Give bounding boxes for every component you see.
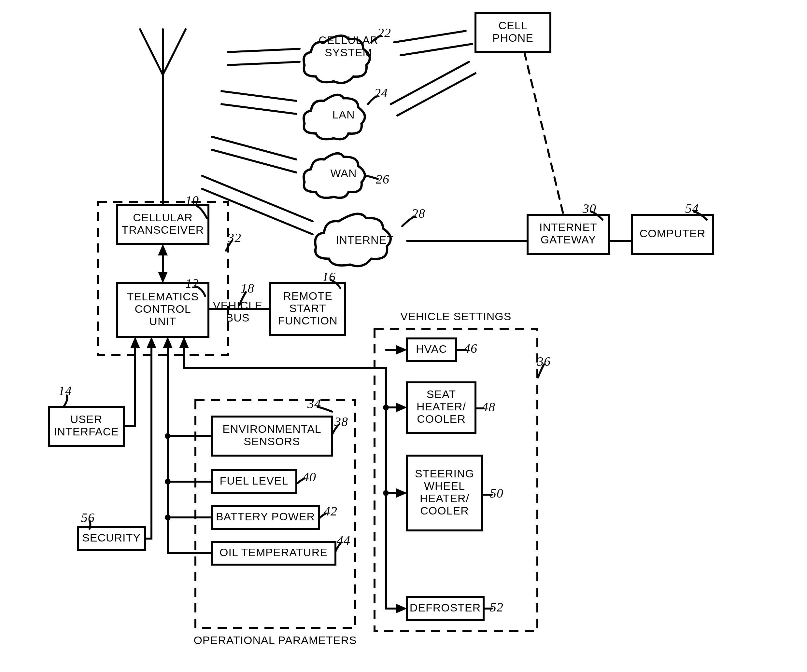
svg-line-5	[221, 91, 296, 101]
svg-text:46: 46	[464, 341, 477, 356]
svg-line-12	[400, 44, 472, 55]
svg-text:24: 24	[374, 86, 388, 100]
vehicle-settings-caption: VEHICLE SETTINGS	[400, 310, 511, 323]
wan-cloud: WAN	[304, 153, 365, 198]
svg-point-24	[165, 433, 171, 439]
fuel-level-label: FUEL LEVEL	[220, 475, 289, 487]
svg-text:52: 52	[490, 600, 503, 614]
hvac-label: HVAC	[416, 343, 447, 355]
svg-line-11	[394, 31, 466, 42]
cellphone-wireless-marks	[391, 31, 475, 116]
svg-line-8	[212, 150, 296, 172]
antenna-icon	[140, 29, 186, 205]
svg-point-26	[165, 479, 171, 485]
svg-text:28: 28	[412, 206, 425, 221]
internet-gateway-label: INTERNETGATEWAY	[539, 221, 597, 246]
cellular-system-cloud: CELLULARSYSTEM	[304, 34, 379, 83]
svg-line-4	[228, 62, 300, 65]
svg-line-6	[221, 104, 296, 114]
svg-marker-30	[396, 345, 407, 355]
defroster-label: DEFROSTER	[410, 601, 481, 614]
svg-marker-19	[146, 337, 156, 348]
svg-marker-20	[163, 337, 173, 348]
svg-marker-18	[130, 337, 140, 348]
cellular-system-label: CELLULARSYSTEM	[319, 34, 379, 59]
svg-text:50: 50	[490, 486, 503, 500]
svg-marker-21	[179, 337, 189, 348]
svg-line-10	[202, 189, 313, 234]
lan-cloud: LAN	[304, 95, 365, 139]
op-param-branches	[165, 433, 212, 520]
svg-text:12: 12	[185, 276, 199, 291]
svg-point-28	[165, 515, 171, 520]
svg-line-2	[163, 29, 186, 75]
svg-text:18: 18	[241, 281, 254, 295]
transceiver-tcu-link	[158, 244, 168, 283]
svg-text:40: 40	[302, 470, 316, 484]
svg-marker-22	[396, 604, 407, 613]
internet-label: INTERNET	[336, 233, 394, 246]
svg-text:48: 48	[482, 400, 495, 414]
battery-power-label: BATTERY POWER	[216, 510, 315, 523]
svg-marker-32	[396, 402, 407, 412]
svg-text:34: 34	[307, 396, 321, 411]
svg-line-1	[140, 29, 163, 75]
steering-label: STEERINGWHEELHEATER/COOLER	[415, 467, 474, 517]
security-label: SECURITY	[82, 531, 141, 544]
svg-text:56: 56	[81, 510, 95, 525]
svg-point-36	[383, 490, 389, 496]
cellphone-to-gateway-link	[524, 52, 563, 215]
svg-line-3	[228, 49, 300, 52]
vehicle-bus-label: VEHICLEBUS	[213, 299, 263, 324]
svg-point-33	[383, 404, 389, 410]
cell-phone-label: CELLPHONE	[492, 19, 533, 44]
svg-marker-16	[158, 244, 168, 255]
wireless-marks	[202, 49, 313, 234]
computer-label: COMPUTER	[639, 227, 706, 240]
internet-cloud: INTERNET	[315, 214, 394, 266]
wan-label: WAN	[330, 167, 357, 179]
cellular-transceiver-label: CELLULARTRANSCEIVER	[122, 211, 204, 236]
svg-marker-17	[158, 272, 168, 283]
svg-line-9	[202, 176, 313, 221]
oil-temp-label: OIL TEMPERATURE	[219, 546, 328, 558]
op-params-caption: OPERATIONAL PARAMETERS	[193, 634, 357, 646]
svg-text:14: 14	[58, 383, 72, 398]
svg-text:42: 42	[324, 504, 337, 518]
svg-marker-35	[396, 488, 407, 498]
svg-line-7	[212, 137, 296, 159]
lan-label: LAN	[332, 108, 355, 121]
svg-text:22: 22	[377, 25, 391, 40]
